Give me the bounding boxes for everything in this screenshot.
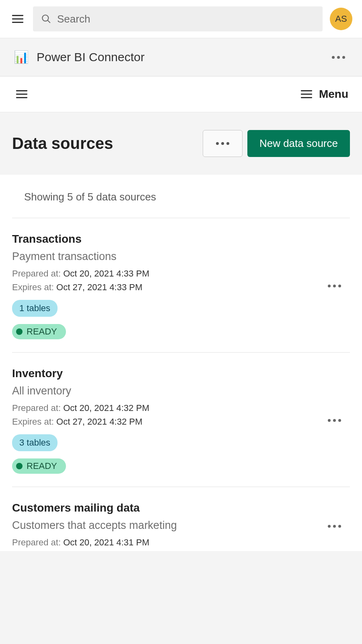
data-source-actions [325, 281, 350, 291]
data-source-name[interactable]: Transactions [12, 233, 149, 246]
item-more-button[interactable] [325, 281, 344, 291]
app-icon: 📊 [14, 51, 29, 63]
data-source-item: Inventory All inventory Prepared at: Oct… [12, 353, 350, 487]
search-input[interactable] [57, 13, 315, 25]
menu-button[interactable]: Menu [300, 87, 348, 101]
data-source-actions [325, 522, 350, 531]
page-more-button[interactable] [203, 130, 243, 157]
data-source-prepared: Prepared at: Oct 20, 2021 4:31 PM [12, 537, 177, 548]
data-source-expires: Expires at: Oct 27, 2021 4:33 PM [12, 282, 149, 293]
hamburger-icon [15, 87, 29, 101]
page-nav-hamburger[interactable] [14, 86, 30, 102]
global-nav-hamburger[interactable] [10, 11, 26, 27]
menu-label: Menu [319, 88, 348, 101]
search-box[interactable] [33, 6, 323, 31]
data-source-item: Customers mailing data Customers that ac… [12, 487, 350, 551]
data-source-name[interactable]: Inventory [12, 367, 149, 380]
status-badge: READY [12, 458, 66, 474]
data-source-info: Inventory All inventory Prepared at: Oct… [12, 367, 149, 474]
status-badge: READY [12, 324, 66, 339]
showing-count: Showing 5 of 5 data sources [12, 191, 350, 203]
item-more-button[interactable] [325, 522, 344, 531]
tables-badge: 1 tables [12, 300, 58, 317]
data-source-description: All inventory [12, 385, 149, 397]
top-header: AS [0, 0, 362, 38]
data-source-info: Transactions Payment transactions Prepar… [12, 233, 149, 339]
data-source-description: Payment transactions [12, 250, 149, 263]
data-source-badges: 3 tables READY [12, 434, 149, 474]
app-title-bar: 📊 Power BI Connector [0, 38, 362, 76]
new-data-source-button[interactable]: New data source [247, 130, 350, 157]
data-source-actions [325, 416, 350, 425]
data-source-badges: 1 tables READY [12, 300, 149, 339]
data-source-expires: Expires at: Oct 27, 2021 4:32 PM [12, 417, 149, 427]
data-source-description: Customers that accepts marketing [12, 519, 177, 532]
status-dot-icon [16, 328, 23, 335]
status-dot-icon [16, 463, 23, 469]
app-title: Power BI Connector [37, 50, 144, 64]
app-title-left: 📊 Power BI Connector [14, 50, 144, 64]
content: Showing 5 of 5 data sources Transactions… [0, 175, 362, 551]
data-source-name[interactable]: Customers mailing data [12, 502, 177, 514]
avatar[interactable]: AS [330, 8, 352, 30]
search-icon [41, 14, 51, 24]
item-more-button[interactable] [325, 416, 344, 425]
tables-badge: 3 tables [12, 434, 58, 451]
data-source-info: Customers mailing data Customers that ac… [12, 502, 177, 551]
svg-line-1 [47, 20, 50, 23]
header-actions: New data source [203, 130, 350, 157]
data-source-prepared: Prepared at: Oct 20, 2021 4:32 PM [12, 403, 149, 413]
data-source-item: Transactions Payment transactions Prepar… [12, 218, 350, 353]
menu-bar: Menu [0, 76, 362, 112]
svg-point-0 [42, 15, 48, 21]
more-icon [213, 139, 232, 148]
page-title: Data sources [12, 134, 113, 153]
page-header: Data sources New data source [0, 112, 362, 175]
hamburger-icon [11, 12, 25, 26]
hamburger-icon [300, 87, 313, 101]
app-more-button[interactable] [329, 53, 348, 62]
data-source-prepared: Prepared at: Oct 20, 2021 4:33 PM [12, 268, 149, 279]
